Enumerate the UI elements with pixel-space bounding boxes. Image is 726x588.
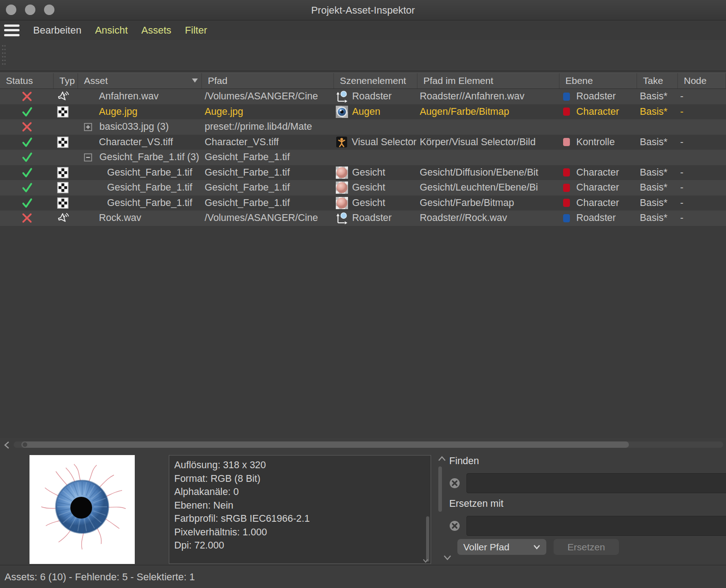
path-cell: Gesicht_Farbe_1.tif [202, 165, 334, 181]
path-in-element-cell: Gesicht/Diffusion/Ebene/Bit [417, 165, 559, 181]
status-missing-icon [21, 91, 33, 102]
layer-name: Character [576, 167, 619, 178]
column-header-status[interactable]: Status [0, 73, 54, 88]
node-value: - [680, 212, 683, 224]
type-cell [54, 119, 78, 135]
table-body: Anfahren.wav/Volumes/ASANGER/CineRoadste… [0, 89, 726, 226]
column-label: Node [684, 75, 706, 86]
scene-element-cell: Roadster [334, 211, 417, 226]
node-cell: - [678, 135, 726, 150]
column-header-pfad-im-element[interactable]: Pfad im Element [417, 73, 559, 88]
status-text: Assets: 6 (10) - Fehlende: 5 - Selektier… [5, 571, 195, 583]
path-cell: /Volumes/ASANGER/Cine [202, 211, 334, 226]
column-header-asset[interactable]: Asset [78, 73, 202, 88]
take-value: Basis* [640, 91, 667, 102]
asset-row-gesicht-farbe-1-tif[interactable]: Gesicht_Farbe_1.tifGesicht_Farbe_1.tifGe… [0, 180, 726, 196]
take-cell: Basis* [637, 165, 678, 181]
column-header-ebene[interactable]: Ebene [559, 73, 637, 88]
menu-filter[interactable]: Filter [185, 24, 207, 36]
asset-row-character-vs-tiff[interactable]: Character_VS.tiffCharacter_VS.tiffVisual… [0, 135, 726, 150]
hamburger-menu-icon[interactable] [4, 24, 20, 36]
take-value: Basis* [640, 197, 667, 209]
replace-button[interactable]: Ersetzen [554, 539, 619, 555]
asset-cell: Gesicht_Farbe_1.tif [78, 196, 202, 211]
panel-scroll-down-icon[interactable] [443, 554, 452, 561]
info-line: Dpi: 72.000 [169, 539, 431, 553]
type-cell [54, 135, 78, 150]
asset-cell: Gesicht_Farbe_1.tif [78, 180, 202, 196]
path-cell: Gesicht_Farbe_1.tif [202, 180, 334, 196]
path-in-element: Gesicht/Diffusion/Ebene/Bit [420, 167, 538, 178]
column-header-take[interactable]: Take [637, 73, 678, 88]
asset-row-rock-wav[interactable]: Rock.wav/Volumes/ASANGER/CineRoadsterRoa… [0, 211, 726, 226]
status-cell [0, 180, 54, 196]
eye-material-icon [336, 106, 348, 118]
find-input[interactable] [466, 473, 726, 493]
scene-element-cell: Visual Selector [334, 135, 417, 150]
horizontal-scrollbar-thumb[interactable] [21, 441, 629, 448]
status-cell [0, 150, 54, 165]
layer-cell [559, 150, 637, 165]
path-cell: Gesicht_Farbe_1.tif [202, 196, 334, 211]
layer-color-chip [563, 108, 570, 116]
null-object-icon [336, 212, 348, 224]
path-cell: /Volumes/ASANGER/Cine [202, 89, 334, 104]
info-scroll-down-icon[interactable] [422, 559, 429, 563]
column-header-node[interactable]: Node [678, 73, 726, 88]
panel-scrollbar-thumb[interactable] [438, 466, 442, 512]
path-in-element-cell [417, 119, 559, 135]
column-label: Status [6, 75, 33, 86]
path-in-element: Gesicht/Farbe/Bitmap [420, 197, 514, 209]
layer-color-chip [563, 214, 570, 222]
menu-ansicht[interactable]: Ansicht [95, 24, 128, 36]
column-header-typ[interactable]: Typ [54, 73, 78, 88]
layer-color-chip [563, 184, 570, 192]
asset-name: Anfahren.wav [99, 91, 158, 102]
scene-element-cell: Augen [334, 104, 417, 120]
asset-path: Gesicht_Farbe_1.tif [205, 182, 290, 193]
expand-icon[interactable] [84, 123, 92, 131]
column-label: Szenenelement [340, 75, 406, 86]
take-cell [637, 119, 678, 135]
asset-path: Gesicht_Farbe_1.tif [205, 197, 290, 209]
scene-element-name: Roadster [352, 91, 392, 102]
column-header-szenenelement[interactable]: Szenenelement [334, 73, 417, 88]
toolbar-drag-handle[interactable] [1, 44, 6, 67]
type-cell [54, 180, 78, 196]
status-ok-icon [21, 152, 33, 163]
status-cell [0, 165, 54, 181]
clear-replace-button[interactable] [449, 520, 460, 531]
clear-find-button[interactable] [449, 478, 460, 489]
panel-scroll-up-icon[interactable] [437, 456, 446, 462]
replace-input[interactable] [466, 516, 726, 536]
info-line: Alphakanäle: 0 [169, 485, 431, 499]
path-in-element: Gesicht/Leuchten/Ebene/Bi [420, 182, 538, 193]
take-cell: Basis* [637, 180, 678, 196]
collapse-icon[interactable] [84, 153, 92, 162]
asset-row-basic033-jpg-3[interactable]: basic033.jpg (3)preset://prime.lib4d/Mat… [0, 119, 726, 135]
scene-element-name: Gesicht [352, 167, 385, 178]
asset-row-gesicht-farbe-1-tif[interactable]: Gesicht_Farbe_1.tifGesicht_Farbe_1.tifGe… [0, 165, 726, 181]
asset-row-anfahren-wav[interactable]: Anfahren.wav/Volumes/ASANGER/CineRoadste… [0, 89, 726, 104]
asset-row-gesicht-farbe-1-tif-3[interactable]: Gesicht_Farbe_1.tif (3)Gesicht_Farbe_1.t… [0, 150, 726, 165]
column-header-pfad[interactable]: Pfad [202, 73, 334, 88]
info-scrollbar-thumb[interactable] [426, 516, 429, 562]
menu-bearbeiten[interactable]: Bearbeiten [33, 24, 81, 36]
asset-cell: Character_VS.tiff [78, 135, 202, 150]
info-line: Farbprofil: sRGB IEC61966-2.1 [169, 512, 431, 526]
search-scope-select[interactable]: Voller Pfad [457, 539, 546, 555]
scroll-left-icon[interactable] [3, 441, 11, 450]
asset-row-gesicht-farbe-1-tif[interactable]: Gesicht_Farbe_1.tifGesicht_Farbe_1.tifGe… [0, 196, 726, 211]
asset-row-auge-jpg[interactable]: Auge.jpgAuge.jpgAugenAugen/Farbe/BitmapC… [0, 104, 726, 120]
sphere-material-icon [336, 197, 348, 209]
status-cell [0, 211, 54, 226]
column-label: Take [643, 75, 663, 86]
null-object-icon [336, 90, 348, 103]
toolbar: A-Z [0, 40, 726, 71]
take-cell: Basis* [637, 196, 678, 211]
column-label: Pfad im Element [423, 75, 493, 86]
column-label: Asset [84, 75, 108, 86]
scene-element-cell [334, 119, 417, 135]
sound-type-icon [57, 90, 69, 103]
menu-assets[interactable]: Assets [142, 24, 172, 36]
